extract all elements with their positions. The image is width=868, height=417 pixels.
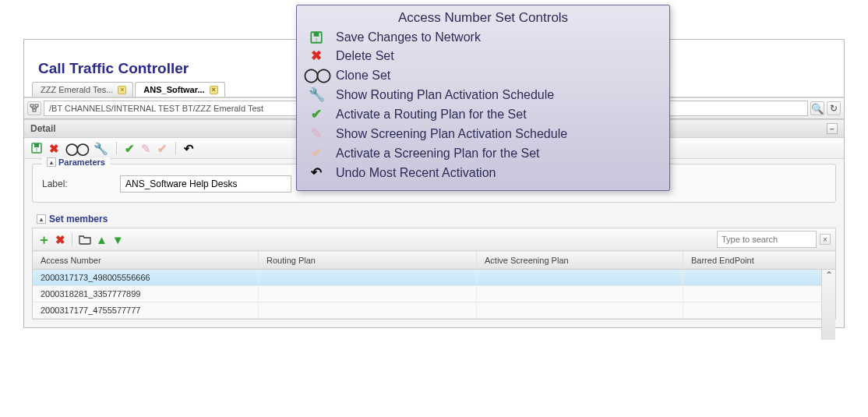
popup-title: Access Number Set Controls (308, 10, 658, 26)
label-input[interactable] (120, 175, 291, 193)
cell-access: 2000317173_498005556666 (33, 270, 259, 285)
cell-screening (477, 270, 683, 285)
pin-icon: ✎ (308, 125, 325, 142)
close-icon[interactable]: × (210, 86, 218, 94)
svg-text:!: ! (36, 147, 37, 153)
svg-rect-0 (30, 104, 34, 107)
cell-routing (259, 286, 477, 302)
grid-header: Access Number Routing Plan Active Screen… (33, 251, 835, 270)
controls-legend-popup: Access Number Set Controls ! Save Change… (296, 5, 670, 191)
legend-label: Delete Set (336, 49, 394, 63)
col-access-number[interactable]: Access Number (33, 252, 259, 269)
cell-barred (683, 270, 835, 285)
legend-item: 🔧 Show Routing Plan Activation Schedule (308, 85, 658, 104)
legend-label: Clone Set (336, 69, 390, 83)
svg-rect-1 (35, 104, 38, 107)
search-box[interactable] (717, 231, 817, 248)
check-icon: ✔ (308, 106, 325, 122)
legend-label: Undo Most Recent Activation (336, 166, 496, 180)
legend-label: Activate a Routing Plan for the Set (336, 108, 527, 122)
scrollbar[interactable]: ⌃ (821, 270, 835, 340)
label-caption: Label: (42, 178, 97, 189)
delete-icon: ✖ (308, 48, 325, 64)
legend-item: ✎ Show Screening Plan Activation Schedul… (308, 124, 658, 143)
legend-item: ✔ Activate a Screening Plan for the Set (308, 143, 658, 163)
svg-text:!: ! (316, 37, 317, 44)
cell-screening (477, 302, 683, 318)
toggle-icon[interactable]: ▴ (47, 157, 56, 167)
tab-label: ZZZ Emerald Tes... (41, 85, 113, 94)
clone-icon: ◯◯ (308, 67, 325, 83)
pin-icon[interactable]: ✎ (141, 143, 151, 154)
members-legend: ▴ Set members (37, 214, 836, 224)
save-icon: ! (308, 30, 325, 44)
move-up-icon[interactable]: ▲ (96, 234, 108, 246)
folder-icon[interactable] (79, 234, 91, 245)
wrench-icon: 🔧 (308, 87, 325, 103)
legend-item: ↶ Undo Most Recent Activation (308, 163, 658, 182)
parameters-legend: ▴ Parameters (42, 157, 110, 167)
members-legend-text: Set members (49, 214, 108, 224)
wrench-icon[interactable]: 🔧 (94, 143, 108, 154)
lightcheck-icon[interactable]: ✔ (157, 143, 168, 154)
cell-routing (259, 302, 477, 318)
check-icon[interactable]: ✔ (125, 143, 135, 154)
detail-header-label: Detail (30, 123, 56, 134)
remove-icon[interactable]: ✖ (55, 234, 65, 246)
collapse-icon[interactable]: − (827, 123, 838, 134)
legend-label: Activate a Screening Plan for the Set (336, 147, 539, 161)
legend-item: ✔ Activate a Routing Plan for the Set (308, 104, 658, 124)
cell-routing (259, 270, 477, 285)
cell-barred (683, 302, 835, 318)
svg-rect-2 (33, 109, 36, 111)
tab-label: ANS_Softwar... (143, 85, 204, 94)
search-input[interactable] (720, 232, 813, 246)
clear-search-icon[interactable]: × (820, 234, 831, 245)
undo-icon: ↶ (308, 164, 325, 181)
members-box: ＋ ✖ ▲ ▼ × Access Number Routing Plan Act… (32, 228, 836, 320)
close-icon[interactable]: × (118, 86, 126, 94)
clone-icon[interactable]: ◯◯ (65, 143, 87, 154)
cell-barred (683, 286, 835, 302)
cell-access: 2000318281_3357777899 (33, 286, 259, 302)
cell-screening (477, 286, 683, 302)
parameters-legend-text: Parameters (58, 157, 105, 167)
table-row[interactable]: 2000317177_4755577777 (33, 302, 835, 319)
lightcheck-icon: ✔ (308, 145, 325, 161)
grid-body: 2000317173_498005556666 2000318281_33577… (33, 270, 835, 319)
col-screening-plan[interactable]: Active Screening Plan (477, 252, 683, 269)
col-routing-plan[interactable]: Routing Plan (259, 252, 477, 269)
members-toolbar: ＋ ✖ ▲ ▼ × (33, 228, 835, 251)
toggle-icon[interactable]: ▴ (37, 214, 46, 224)
add-icon[interactable]: ＋ (37, 233, 51, 246)
legend-label: Show Routing Plan Activation Schedule (336, 88, 554, 102)
cell-access: 2000317177_4755577777 (33, 302, 259, 318)
delete-icon[interactable]: ✖ (49, 143, 59, 154)
tree-nav-icon[interactable] (27, 101, 41, 115)
legend-item: ! Save Changes to Network (308, 29, 658, 46)
legend-label: Show Screening Plan Activation Schedule (336, 127, 567, 141)
save-icon[interactable]: ! (30, 142, 43, 154)
tab-emerald[interactable]: ZZZ Emerald Tes... × (32, 82, 133, 97)
tab-ans-software[interactable]: ANS_Softwar... × (135, 82, 224, 97)
separator (175, 142, 176, 154)
legend-item: ✖ Delete Set (308, 46, 658, 65)
col-barred-endpoint[interactable]: Barred EndPoint (683, 252, 835, 269)
undo-icon[interactable]: ↶ (184, 143, 194, 154)
search-icon[interactable]: 🔍 (810, 101, 824, 115)
separator (72, 233, 72, 246)
move-down-icon[interactable]: ▼ (112, 234, 124, 246)
refresh-icon[interactable]: ↻ (827, 101, 841, 115)
table-row[interactable]: 2000318281_3357777899 (33, 286, 835, 302)
legend-item: ◯◯ Clone Set (308, 65, 658, 85)
legend-label: Save Changes to Network (336, 30, 481, 44)
separator (116, 142, 117, 154)
table-row[interactable]: 2000317173_498005556666 (33, 270, 835, 286)
